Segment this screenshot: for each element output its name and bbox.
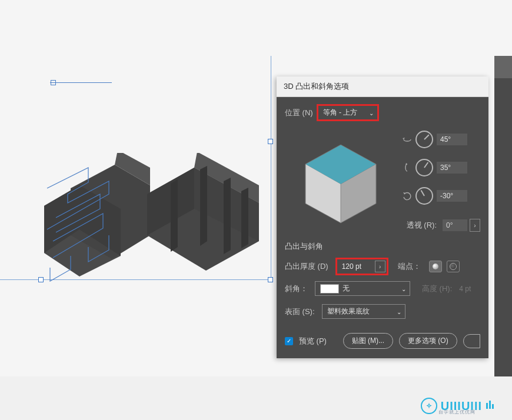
cap-on-button[interactable] bbox=[429, 261, 442, 272]
watermark-subtitle: 自学就上优优网 bbox=[438, 409, 476, 415]
map-art-button[interactable]: 贴图 (M)... bbox=[343, 333, 393, 349]
bevel-height-label: 高度 (H): bbox=[422, 284, 452, 294]
rotation-z-input[interactable]: -30° bbox=[437, 190, 467, 202]
selection-handle-top[interactable] bbox=[51, 80, 56, 85]
perspective-input[interactable]: 0° bbox=[443, 219, 467, 231]
artwork-3d-extrusion[interactable] bbox=[24, 153, 265, 282]
rotate-z-icon bbox=[403, 191, 412, 201]
svg-marker-12 bbox=[241, 188, 248, 248]
extrude-depth-group: 120 pt › bbox=[335, 258, 388, 275]
bulb-icon: ✧ bbox=[421, 398, 437, 414]
selection-handle[interactable] bbox=[268, 277, 273, 282]
chevron-down-icon: ⌄ bbox=[401, 285, 406, 292]
bevel-value: 无 bbox=[343, 284, 350, 294]
perspective-label: 透视 (R): bbox=[407, 220, 437, 231]
position-value: 等角 - 上方 bbox=[323, 108, 358, 118]
surface-value: 塑料效果底纹 bbox=[327, 306, 370, 316]
more-options-button[interactable]: 更多选项 (O) bbox=[399, 333, 457, 349]
rotation-y-dial[interactable] bbox=[415, 159, 433, 176]
dialog-title: 3D 凸出和斜角选项 bbox=[277, 76, 488, 97]
svg-marker-9 bbox=[171, 179, 178, 252]
selection-guide-top bbox=[50, 82, 112, 83]
chevron-down-icon: ⌄ bbox=[369, 109, 374, 116]
preview-label: 预览 (P) bbox=[299, 336, 327, 346]
position-label: 位置 (N) bbox=[285, 108, 313, 118]
surface-label: 表面 (S): bbox=[285, 306, 315, 317]
position-dropdown[interactable]: 等角 - 上方 ⌄ bbox=[317, 104, 379, 121]
dialog-3d-extrude-bevel: 3D 凸出和斜角选项 位置 (N) 等角 - 上方 ⌄ bbox=[277, 76, 488, 358]
svg-marker-11 bbox=[224, 178, 231, 254]
extrude-stepper[interactable]: › bbox=[375, 261, 385, 272]
cap-off-button[interactable] bbox=[447, 261, 460, 272]
section-extrude-bevel: 凸出与斜角 bbox=[285, 241, 480, 252]
bevel-label: 斜角： bbox=[285, 284, 308, 294]
chevron-down-icon: ⌄ bbox=[397, 308, 401, 315]
svg-marker-10 bbox=[200, 166, 207, 246]
selection-handle[interactable] bbox=[268, 139, 273, 144]
bevel-height-value: 4 pt bbox=[459, 285, 471, 293]
perspective-stepper[interactable]: › bbox=[470, 219, 480, 232]
bevel-dropdown[interactable]: 无 ⌄ bbox=[315, 281, 410, 296]
rotation-z-row: -30° bbox=[403, 187, 480, 205]
extrude-depth-label: 凸出厚度 (D) bbox=[285, 261, 328, 272]
rotate-y-icon bbox=[403, 163, 412, 172]
surface-dropdown[interactable]: 塑料效果底纹 ⌄ bbox=[322, 304, 405, 319]
rotation-x-dial[interactable] bbox=[415, 131, 433, 148]
rotation-cube-preview[interactable] bbox=[285, 127, 397, 233]
rotation-x-input[interactable]: 45° bbox=[437, 134, 467, 145]
watermark-logo: ✧ UIIIUIII 自学就上优优网 bbox=[421, 398, 494, 414]
rotation-y-input[interactable]: 35° bbox=[437, 162, 467, 174]
rotation-y-row: 35° bbox=[403, 159, 480, 176]
rotation-x-row: 45° bbox=[403, 131, 480, 148]
panel-dock-tab[interactable] bbox=[494, 56, 512, 78]
preview-checkbox[interactable]: ✓ bbox=[285, 337, 293, 345]
watermark-bars-icon bbox=[486, 401, 494, 411]
ok-button-partial[interactable] bbox=[463, 334, 480, 348]
svg-marker-19 bbox=[403, 192, 405, 194]
cap-label: 端点： bbox=[398, 261, 421, 272]
rotation-z-dial[interactable] bbox=[415, 187, 433, 205]
svg-marker-17 bbox=[403, 138, 405, 139]
extrude-depth-input[interactable]: 120 pt bbox=[338, 261, 375, 272]
rotate-x-icon bbox=[403, 135, 412, 144]
panel-dock-right bbox=[494, 56, 512, 376]
bevel-swatch bbox=[320, 284, 339, 294]
